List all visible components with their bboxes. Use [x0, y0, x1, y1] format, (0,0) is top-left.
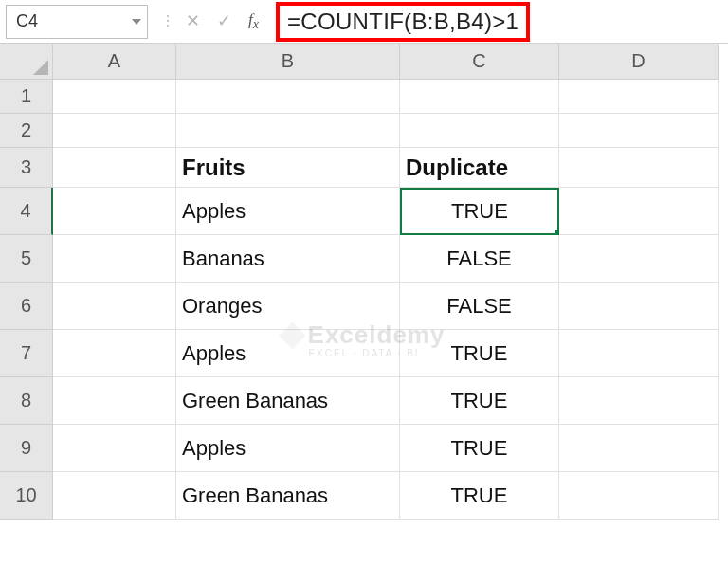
cell-d8[interactable]: [559, 377, 719, 425]
cell-c8[interactable]: TRUE: [400, 377, 559, 425]
row-header-9[interactable]: 9: [0, 425, 53, 472]
cell-d2[interactable]: [559, 114, 719, 148]
column-headers: A B C D: [53, 44, 719, 80]
cell-c9[interactable]: TRUE: [400, 425, 559, 472]
enter-icon[interactable]: ✓: [217, 10, 231, 31]
cell-b8[interactable]: Green Bananas: [176, 377, 400, 425]
cell-a7[interactable]: [53, 330, 176, 377]
cell-c6[interactable]: FALSE: [400, 283, 559, 330]
cancel-icon[interactable]: ✕: [186, 10, 200, 31]
cell-d9[interactable]: [559, 425, 719, 472]
cell-b6[interactable]: Oranges: [176, 283, 400, 330]
row-header-2[interactable]: 2: [0, 114, 53, 148]
cells: Fruits Duplicate Apples TRUE Bananas FAL…: [53, 80, 719, 520]
cell-b10[interactable]: Green Bananas: [176, 472, 400, 520]
formula-text: =COUNTIF(B:B,B4)>1: [287, 9, 519, 35]
row-header-4[interactable]: 4: [0, 188, 53, 235]
cell-d3[interactable]: [559, 148, 719, 188]
expand-icon[interactable]: [167, 15, 169, 27]
cell-b5[interactable]: Bananas: [176, 235, 400, 283]
formula-bar-buttons: ✕ ✓ fx: [167, 10, 259, 32]
cell-d5[interactable]: [559, 235, 719, 283]
column-header-a[interactable]: A: [53, 44, 176, 80]
row-header-5[interactable]: 5: [0, 235, 53, 283]
cell-a2[interactable]: [53, 114, 176, 148]
row-header-1[interactable]: 1: [0, 80, 53, 114]
column-header-d[interactable]: D: [559, 44, 719, 80]
formula-bar: C4 ✕ ✓ fx =COUNTIF(B:B,B4)>1: [0, 0, 728, 44]
row-header-6[interactable]: 6: [0, 283, 53, 330]
cell-b9[interactable]: Apples: [176, 425, 400, 472]
cell-a10[interactable]: [53, 472, 176, 520]
cell-c7[interactable]: TRUE: [400, 330, 559, 377]
cell-c2[interactable]: [400, 114, 559, 148]
cell-c4-value: TRUE: [451, 199, 508, 224]
row-header-7[interactable]: 7: [0, 330, 53, 377]
cell-a4[interactable]: [53, 188, 176, 235]
cell-c4[interactable]: TRUE: [400, 188, 559, 235]
chevron-down-icon[interactable]: [132, 19, 141, 25]
name-box[interactable]: C4: [6, 5, 148, 39]
cell-b4[interactable]: Apples: [176, 188, 400, 235]
cell-a6[interactable]: [53, 283, 176, 330]
cell-d4[interactable]: [559, 188, 719, 235]
cell-d1[interactable]: [559, 80, 719, 114]
fx-icon[interactable]: fx: [248, 10, 259, 32]
row-header-3[interactable]: 3: [0, 148, 53, 188]
cell-b7[interactable]: Apples: [176, 330, 400, 377]
cell-c10[interactable]: TRUE: [400, 472, 559, 520]
cell-b1[interactable]: [176, 80, 400, 114]
cell-b3[interactable]: Fruits: [176, 148, 400, 188]
cell-d6[interactable]: [559, 283, 719, 330]
row-header-8[interactable]: 8: [0, 377, 53, 425]
cell-a9[interactable]: [53, 425, 176, 472]
cell-d7[interactable]: [559, 330, 719, 377]
formula-input[interactable]: =COUNTIF(B:B,B4)>1: [276, 2, 530, 42]
cell-c5[interactable]: FALSE: [400, 235, 559, 283]
cell-b2[interactable]: [176, 114, 400, 148]
cell-c3[interactable]: Duplicate: [400, 148, 559, 188]
cell-a3[interactable]: [53, 148, 176, 188]
cell-c1[interactable]: [400, 80, 559, 114]
row-headers: 1 2 3 4 5 6 7 8 9 10: [0, 80, 53, 520]
name-box-value: C4: [16, 11, 38, 31]
column-header-b[interactable]: B: [176, 44, 400, 80]
row-header-10[interactable]: 10: [0, 472, 53, 520]
fill-handle[interactable]: [554, 229, 559, 235]
column-header-c[interactable]: C: [400, 44, 559, 80]
select-all-corner[interactable]: [0, 44, 53, 80]
cell-a8[interactable]: [53, 377, 176, 425]
cell-d10[interactable]: [559, 472, 719, 520]
cell-a5[interactable]: [53, 235, 176, 283]
cell-a1[interactable]: [53, 80, 176, 114]
